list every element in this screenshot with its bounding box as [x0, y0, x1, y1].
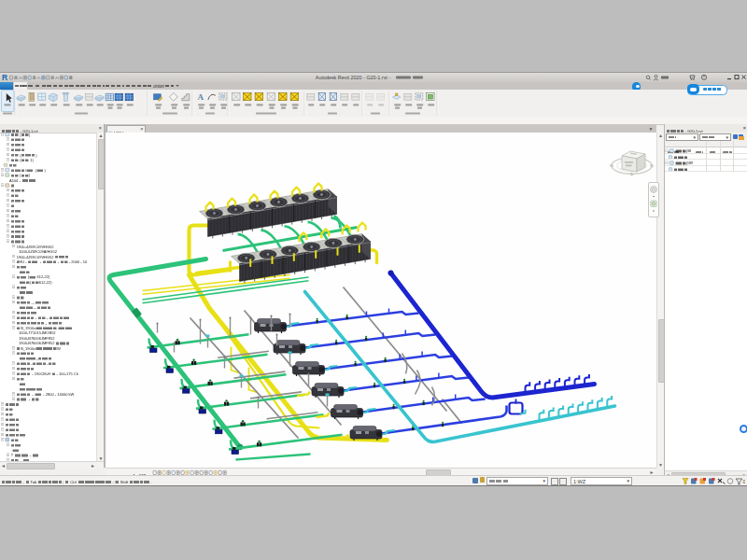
svg-text:A: A [198, 92, 204, 102]
svg-text:0: 0 [743, 479, 746, 484]
svg-text:R: R [2, 73, 7, 82]
svg-text:Autodesk Revit 2020 - G20-1.rv: Autodesk Revit 2020 - G20-1.rvt - [316, 75, 391, 80]
